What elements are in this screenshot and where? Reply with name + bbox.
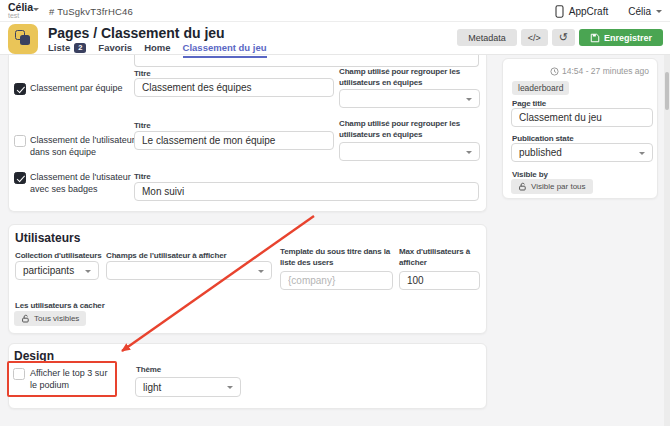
row-label: Classement de l'utisateur avec ses badge…	[30, 172, 138, 195]
code-button[interactable]: </>	[521, 29, 548, 46]
field-label: Champ utilisé pour regrouper les utilisa…	[339, 67, 484, 89]
rankings-card: Classement par équipe Titre Champ utilis…	[8, 55, 487, 212]
metadata-button[interactable]: Metadata	[457, 29, 517, 46]
tab-favoris[interactable]: Favoris	[98, 42, 132, 53]
workspace-type: test	[8, 12, 33, 20]
field-label: Thème	[136, 365, 161, 376]
user-menu[interactable]: Célia	[628, 6, 651, 17]
section-title: Utilisateurs	[15, 231, 80, 245]
chevron-down-icon	[466, 151, 472, 154]
design-card: Design Afficher le top 3 sur le podium T…	[8, 343, 487, 409]
page-header: Pages / Classement du jeu Liste 2 Favori…	[0, 22, 670, 55]
pages-icon	[20, 35, 30, 45]
workspace-switcher[interactable]: Célia test	[8, 2, 33, 20]
visible-by-button[interactable]: Visible par tous	[511, 179, 593, 194]
row-label: Afficher le top 3 sur le podium	[30, 368, 112, 391]
template-sous-titre-input[interactable]	[280, 271, 393, 290]
header-actions: Metadata </> ↺ Enregistrer	[457, 29, 663, 46]
field-label: Template du sous titre dans la liste des…	[280, 247, 392, 269]
tab-liste[interactable]: Liste 2	[48, 42, 86, 53]
chevron-down-icon	[466, 98, 472, 101]
titre-input[interactable]	[134, 78, 334, 97]
titre-input[interactable]	[134, 131, 334, 150]
max-utilisateurs-input[interactable]	[399, 271, 480, 290]
workspace-name: Célia	[8, 2, 33, 12]
app-brand-link[interactable]: AppCraft	[569, 6, 608, 17]
champ-regroupement-select[interactable]	[339, 89, 480, 108]
document-id: # TuSgkvT3frHC46	[49, 6, 133, 17]
champs-utilisateur-select[interactable]	[106, 261, 272, 280]
tab-bar: Liste 2 Favoris Home Classement du jeu	[48, 42, 267, 58]
tab-home[interactable]: Home	[144, 42, 170, 53]
unlock-icon	[21, 314, 30, 323]
history-icon: ↺	[559, 32, 568, 43]
publication-state-select[interactable]: published	[511, 143, 653, 162]
collection-utilisateurs-select[interactable]: participants	[15, 261, 99, 280]
page-title: Pages / Classement du jeu	[48, 25, 225, 41]
utilisateurs-card: Utilisateurs Collection d'utilisateurs p…	[8, 224, 487, 334]
unlock-icon	[518, 182, 527, 191]
chevron-down-icon	[656, 10, 662, 13]
pages-module-icon[interactable]	[8, 24, 38, 54]
field-label: Max d'utilisateurs à afficher	[399, 247, 484, 269]
page-settings-panel: 14:54 - 27 minutes ago leaderboard Page …	[502, 58, 658, 199]
top-bar: Célia test # TuSgkvT3frHC46 AppCraft Cél…	[0, 0, 670, 22]
chevron-down-icon	[639, 152, 645, 155]
section-title: Design	[14, 349, 54, 363]
titre-input[interactable]	[134, 182, 479, 201]
history-button[interactable]: ↺	[552, 29, 575, 46]
last-saved-timestamp: 14:54 - 27 minutes ago	[550, 66, 649, 76]
device-icon	[555, 5, 564, 18]
app-window: Célia test # TuSgkvT3frHC46 AppCraft Cél…	[0, 0, 670, 426]
count-badge: 2	[74, 43, 86, 53]
champ-regroupement-select[interactable]	[339, 142, 480, 161]
field-label: Champ utilisé pour regrouper les utilisa…	[339, 119, 484, 141]
tab-classement-du-jeu[interactable]: Classement du jeu	[183, 42, 267, 58]
scrollbar-thumb[interactable]	[665, 72, 669, 110]
chevron-down-icon	[227, 386, 233, 389]
row-label: Classement de l'utilisateur dans son équ…	[30, 135, 138, 158]
theme-select[interactable]: light	[135, 377, 241, 397]
save-floppy-icon	[590, 33, 600, 43]
classement-badges-checkbox[interactable]	[14, 172, 26, 184]
chevron-down-icon	[258, 270, 264, 273]
classement-utilisateur-equipe-checkbox[interactable]	[14, 135, 26, 147]
clock-icon	[550, 67, 559, 76]
classement-par-equipe-checkbox[interactable]	[14, 83, 26, 95]
utilisateurs-caches-button[interactable]: Tous visibles	[14, 311, 86, 326]
save-button[interactable]: Enregistrer	[579, 29, 663, 46]
page-slug-tag: leaderboard	[512, 81, 569, 95]
chevron-down-icon	[33, 8, 39, 11]
chevron-down-icon	[85, 270, 91, 273]
row-label: Classement par équipe	[30, 83, 138, 95]
page-title-input[interactable]	[511, 108, 653, 127]
afficher-podium-checkbox[interactable]	[13, 368, 25, 380]
